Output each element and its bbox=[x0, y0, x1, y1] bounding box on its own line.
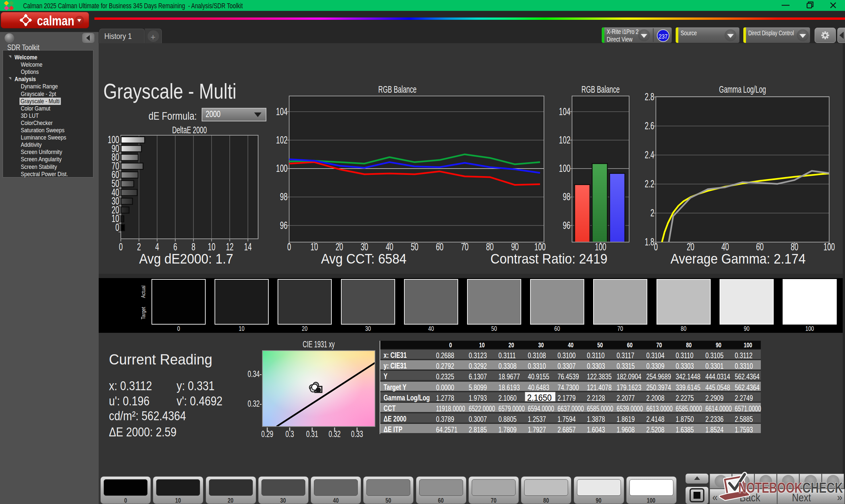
svg-text:0.3: 0.3 bbox=[285, 429, 294, 439]
svg-text:CHECK: CHECK bbox=[803, 479, 843, 496]
svg-text:1.8: 1.8 bbox=[645, 236, 654, 248]
svg-text:80: 80 bbox=[486, 241, 493, 253]
svg-text:96: 96 bbox=[280, 219, 287, 231]
svg-text:0.31: 0.31 bbox=[306, 429, 318, 439]
svg-text:0: 0 bbox=[115, 222, 119, 233]
svg-text:0.32-: 0.32- bbox=[248, 398, 262, 409]
svg-text:2.4: 2.4 bbox=[645, 149, 654, 161]
svg-text:100: 100 bbox=[276, 163, 287, 174]
svg-text:RGB Balance: RGB Balance bbox=[378, 84, 417, 95]
svg-text:DeltaE 2000: DeltaE 2000 bbox=[172, 125, 207, 135]
svg-text:98: 98 bbox=[280, 191, 287, 202]
svg-text:40: 40 bbox=[386, 241, 393, 253]
svg-text:Gamma Log/Log: Gamma Log/Log bbox=[719, 84, 766, 95]
svg-text:2.2: 2.2 bbox=[645, 178, 654, 190]
svg-text:102: 102 bbox=[276, 134, 287, 146]
svg-text:40: 40 bbox=[721, 241, 729, 253]
svg-text:0.34-: 0.34- bbox=[248, 368, 262, 379]
svg-text:2.6: 2.6 bbox=[645, 120, 654, 132]
svg-text:12: 12 bbox=[226, 241, 233, 253]
svg-text:CIE 1931 xy: CIE 1931 xy bbox=[303, 339, 335, 349]
svg-text:100: 100 bbox=[824, 241, 835, 253]
svg-text:2: 2 bbox=[137, 241, 141, 253]
svg-text:20: 20 bbox=[335, 241, 343, 253]
svg-text:10: 10 bbox=[208, 241, 215, 253]
svg-text:96: 96 bbox=[563, 219, 570, 231]
svg-text:10: 10 bbox=[310, 241, 318, 253]
svg-text:50: 50 bbox=[411, 241, 418, 253]
svg-text:0.29: 0.29 bbox=[261, 429, 273, 439]
svg-text:6: 6 bbox=[173, 241, 177, 253]
svg-text:4: 4 bbox=[155, 241, 159, 253]
svg-text:8: 8 bbox=[191, 241, 195, 253]
svg-text:102: 102 bbox=[559, 134, 570, 146]
svg-text:0.33: 0.33 bbox=[351, 429, 363, 439]
svg-text:104: 104 bbox=[276, 106, 287, 117]
svg-text:90: 90 bbox=[511, 241, 518, 253]
svg-text:98: 98 bbox=[563, 191, 570, 202]
svg-text:20: 20 bbox=[687, 241, 694, 253]
svg-text:100: 100 bbox=[595, 241, 606, 253]
svg-text:60: 60 bbox=[436, 241, 443, 253]
svg-text:0: 0 bbox=[654, 241, 658, 253]
svg-text:0: 0 bbox=[119, 241, 123, 253]
svg-text:RGB Balance: RGB Balance bbox=[582, 84, 620, 95]
svg-text:14: 14 bbox=[244, 241, 251, 253]
svg-text:NOTEBOOK: NOTEBOOK bbox=[738, 479, 803, 496]
svg-text:100: 100 bbox=[534, 241, 546, 253]
svg-text:2.8: 2.8 bbox=[645, 91, 654, 103]
svg-text:60: 60 bbox=[756, 241, 763, 253]
svg-text:104: 104 bbox=[559, 106, 570, 117]
svg-text:70: 70 bbox=[461, 241, 469, 253]
svg-text:30: 30 bbox=[360, 241, 368, 253]
svg-text:80: 80 bbox=[791, 241, 798, 253]
svg-text:0: 0 bbox=[287, 241, 291, 253]
svg-text:0.32: 0.32 bbox=[329, 429, 341, 439]
svg-text:100: 100 bbox=[559, 163, 570, 174]
